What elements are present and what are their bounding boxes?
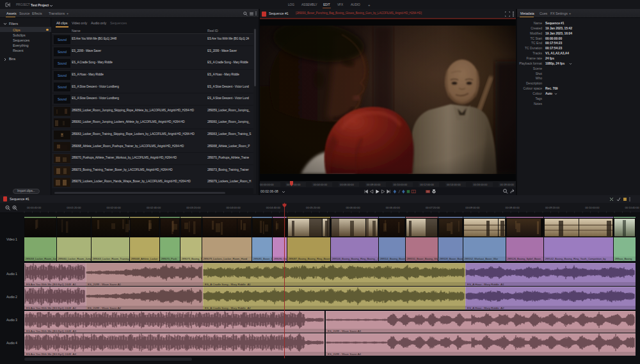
svg-text:ES_2099 - Wave Saver.A4: ES_2099 - Wave Saver.A4 — [328, 352, 362, 356]
svg-text:289070_Push: 289070_Push — [161, 257, 178, 260]
svg-text:ES_A Cradle Song - Mary Riddle: ES_A Cradle Song - Mary Riddle .A2 — [205, 306, 251, 310]
svg-text:289152_Workout_Boxer_Wor: 289152_Workout_Boxer_Wor — [465, 257, 499, 260]
svg-text:ES_A Hoax - Mary Riddle .A2: ES_A Hoax - Mary Riddle .A2 — [467, 306, 504, 310]
svg-text:289068_Athlete_Locker: 289068_Athlete_Locker — [131, 257, 159, 260]
svg-text:ES_2099 - Wave Saver.A3: ES_2099 - Wave Saver.A3 — [328, 329, 362, 333]
svg-text:289059_Locker_Room_Jump: 289059_Locker_Room_Jump — [26, 257, 60, 260]
svg-text:289xxx_Boxing: 289xxx_Boxing — [615, 257, 633, 260]
svg-text:ES_2099 - Wave Saver.A2: ES_2099 - Wave Saver.A2 — [88, 306, 122, 310]
svg-text:ES_A Cradle Song - Mary Riddle: ES_A Cradle Song - Mary Riddle .A1 — [205, 283, 251, 286]
svg-text:289079_Lockers_Locker_Room_Han: 289079_Lockers_Locker_Room_Hand — [204, 257, 248, 260]
svg-text:289106_Boxing_Boxing_Ring_Boxi: 289106_Boxing_Boxing_Ring_Boxing__L — [332, 257, 380, 260]
svg-text:289063_Locker_Room_Training_: 289063_Locker_Room_Training_ — [93, 257, 131, 260]
svg-text:289073_Boxing_T: 289073_Boxing_T — [182, 257, 203, 260]
svg-text:289142_Boxing_Boxing_Ring_Yout: 289142_Boxing_Boxing_Ring_Youth_Competit… — [545, 257, 607, 260]
svg-text:ES Are You With Me (BG Ep1) 24: ES Are You With Me (BG Ep1) 2448 .A1 — [26, 283, 76, 286]
svg-text:ES_A Hoax - Mary Riddle .A1: ES_A Hoax - Mary Riddle .A1 — [467, 283, 504, 286]
svg-text:ES Are You With Me (BG Ep1) 24: ES Are You With Me (BG Ep1) 2448 .A3 — [26, 329, 76, 333]
svg-text:289114_Boxing_Boxin: 289114_Boxing_Boxin — [380, 257, 406, 260]
svg-text:289090_Box: 289090_Box — [274, 257, 289, 260]
svg-text:289151_Boxer_Boxing_Sho: 289151_Boxer_Boxing_Sho — [407, 257, 440, 260]
svg-text:289126_Boxing_Splief_Boxer_: 289126_Boxing_Splief_Boxer_ — [508, 257, 543, 260]
svg-text:ES_2099 - Wave Saver.A1: ES_2099 - Wave Saver.A1 — [88, 283, 122, 286]
svg-text:289060_Locker_Room_Jumpin: 289060_Locker_Room_Jumpin — [58, 257, 94, 260]
svg-text:ES Are You With Me (BG Ep1) 24: ES Are You With Me (BG Ep1) 2448 .A2 — [26, 306, 76, 310]
svg-text:289087_Boxing_Boxing_Ring_Boxe: 289087_Boxing_Boxing_Ring_Boxer — [289, 257, 331, 260]
svg-text:ES Are You With Me (BG Ep1) 24: ES Are You With Me (BG Ep1) 2448 .A4 — [26, 352, 76, 356]
svg-text:289118_Boxer_Boxin: 289118_Boxer_Boxin — [440, 257, 465, 260]
svg-text:289081_Boxer_W: 289081_Boxer_W — [253, 257, 274, 260]
